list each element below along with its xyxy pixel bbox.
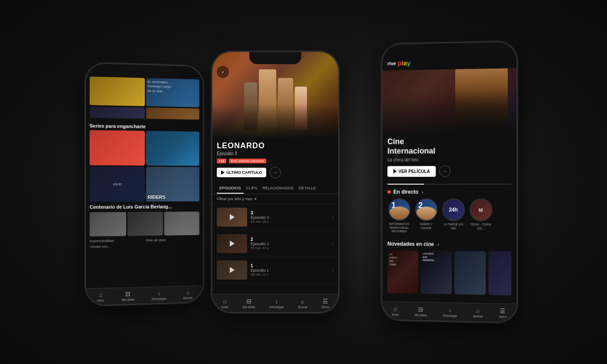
ep3-number: 3 [251, 211, 328, 215]
play-p-letter: p [398, 59, 401, 67]
right-downloads-label: Descargas [443, 314, 457, 318]
right-downloads-icon: ↓ [448, 306, 451, 313]
movie-card-2[interactable]: LOS DÍASQUEVENDRÁN [421, 251, 452, 295]
ch4-label: TENIS - TORNI 202... [469, 223, 493, 230]
content-thumb-riders[interactable]: RIDERS [146, 167, 199, 202]
berlanga-thumb-3[interactable] [164, 211, 199, 235]
right-mylists-icon: ⊟ [418, 306, 423, 313]
ep2-download-icon[interactable]: ↓ [331, 240, 334, 247]
berlanga-thumb-2[interactable] [127, 212, 163, 236]
channel-td[interactable]: td TENIS - TORNI 202... [469, 198, 493, 234]
nav-downloads[interactable]: ↓ Descargas [152, 289, 166, 301]
right-nav-home[interactable]: ⌂ Inicio [392, 306, 399, 316]
movie-card-4[interactable] [488, 251, 511, 295]
novedades-row: LACHICADELTREN LOS DÍASQUEVENDRÁN [388, 250, 512, 296]
mid-mylists-icon: ⊟ [246, 298, 251, 305]
berlanga-sub-1: Imprescindibles [90, 237, 145, 244]
downloads-icon: ↓ [157, 289, 160, 296]
right-nav-downloads[interactable]: ↓ Descargas [443, 306, 457, 318]
berlanga-thumb-1[interactable] [90, 212, 126, 236]
filter-chevron-icon: ▾ [255, 197, 257, 201]
figure-1 [244, 82, 257, 130]
right-phone: rtve play Cine Internacional [382, 42, 517, 322]
rtve-logo: rtve play [388, 59, 411, 67]
channel-24h[interactable]: 24h LA TARDE EN 24H [441, 198, 465, 234]
mid-nav-menu[interactable]: ☰ Menú [322, 298, 330, 309]
content-thumb-3[interactable]: VÍVID [90, 166, 145, 202]
right-play-button[interactable]: VER PELÍCULA [388, 166, 436, 177]
nav-home[interactable]: ⌂ Inicio [97, 291, 104, 302]
mid-home-label: Inicio [221, 306, 228, 309]
berlanga-section: Centenario de Luis García Berlang... [86, 201, 203, 210]
content-thumb-1[interactable] [90, 130, 145, 166]
novedades-section: Novedades en cine › LACHICADELTREN LOS D… [382, 237, 517, 296]
movie-card-3[interactable] [454, 251, 486, 295]
ch2-label: SABER Y GANAR [414, 223, 438, 230]
ep1-download-icon[interactable]: ↓ [331, 267, 334, 273]
ch4-number: td [479, 208, 483, 212]
progress-bar [388, 184, 512, 185]
mid-nav-home[interactable]: ⌂ Inicio [221, 298, 228, 309]
channel-2[interactable]: 2 SABER Y GANAR [414, 198, 438, 234]
left-phone-screen: El centenarioSantiago Largode la vida Se… [86, 63, 203, 305]
channel-1[interactable]: 1 INFORMATIVO TERRITORIAL RESUMEN [388, 198, 411, 234]
tab-detail[interactable]: DETALLE [296, 183, 318, 194]
back-button[interactable]: ‹ [217, 66, 229, 78]
episode-item-3[interactable]: 3 Episodio 3 51 min 18 s ↓ [212, 204, 338, 231]
play-triangle-icon [221, 170, 225, 175]
ep3-thumb [217, 208, 247, 227]
right-movie-info: Cine Internacional La chica del tren VER… [382, 134, 517, 184]
episode-item-1[interactable]: 1 Episodio 1 58 min 12 s ↓ [212, 257, 338, 283]
right-nav-menu[interactable]: ☰ Menú [499, 307, 507, 318]
progress-fill [388, 184, 424, 185]
right-play-icon [393, 169, 397, 173]
play-y-letter: y [407, 59, 411, 67]
tab-episodes[interactable]: EPISODIOS [217, 183, 244, 194]
mid-home-icon: ⌂ [223, 298, 226, 305]
right-menu-label: Menú [499, 315, 507, 318]
episode-item-2[interactable]: 2 Episodio 2 55 min 47 s ↓ [212, 231, 338, 257]
movie-card-1[interactable]: LACHICADELTREN [388, 250, 418, 294]
right-search-icon: ⌕ [476, 307, 480, 314]
mid-nav-downloads[interactable]: ↓ Descargas [269, 298, 284, 309]
ep2-number: 2 [251, 237, 328, 242]
category-title: Cine Internacional [388, 137, 436, 155]
tab-clips[interactable]: CLIPS [244, 183, 260, 194]
right-search-label: Buscar [473, 315, 483, 318]
berlanga-grid [86, 210, 203, 238]
play-button[interactable]: ÚLTIMO CAPÍTULO [217, 168, 266, 177]
tab-related[interactable]: RELACIONADOS [260, 183, 297, 194]
age-badge: +12 [217, 159, 226, 163]
left-bottom-nav: ⌂ Inicio ⊟ Mis listas ↓ Descargas ⌕ Busc… [86, 286, 203, 306]
mid-nav-mylists[interactable]: ⊟ Mis listas [243, 298, 255, 309]
more-options-button[interactable]: ··· [270, 167, 281, 178]
ep3-download-icon[interactable]: ↓ [331, 214, 334, 220]
right-more-button[interactable]: ··· [439, 166, 450, 177]
en-directo-title: En directo [393, 189, 418, 195]
middle-phone-notch [249, 52, 301, 64]
right-home-label: Inicio [392, 313, 399, 316]
cine-category: Cine Internacional [388, 136, 512, 156]
ch3-label: LA TARDE EN 24H [441, 223, 465, 230]
content-thumb-2[interactable] [146, 131, 199, 166]
right-phone-screen: rtve play Cine Internacional [382, 42, 517, 322]
ep1-duration: 58 min 12 s [251, 273, 328, 276]
berlanga-title: Centenario de Luis García Berlang... [90, 204, 199, 209]
right-nav-mylists[interactable]: ⊟ Mis listas [414, 306, 427, 317]
live-dot [388, 190, 391, 194]
filter-row[interactable]: Filtrar por año y mes ▾ [212, 194, 338, 204]
hero-figures [212, 52, 338, 139]
mid-nav-search[interactable]: ⌕ Buscar [298, 298, 307, 309]
nav-search[interactable]: ⌕ Buscar [183, 289, 193, 299]
ep3-info: 3 Episodio 3 51 min 18 s [251, 211, 328, 224]
novedades-arrow: › [437, 242, 439, 247]
right-nav-search[interactable]: ⌕ Buscar [473, 307, 483, 318]
mid-search-label: Buscar [298, 306, 307, 309]
mid-mylists-label: Mis listas [243, 306, 255, 309]
left-phone-notch [119, 64, 171, 78]
play-a-letter: a [403, 59, 407, 67]
ep2-info: 2 Episodio 2 55 min 47 s [251, 237, 328, 250]
nav-mylists[interactable]: ⊟ Mis listas [122, 290, 134, 302]
right-menu-icon: ☰ [500, 307, 506, 314]
mid-downloads-label: Descargas [269, 306, 284, 309]
